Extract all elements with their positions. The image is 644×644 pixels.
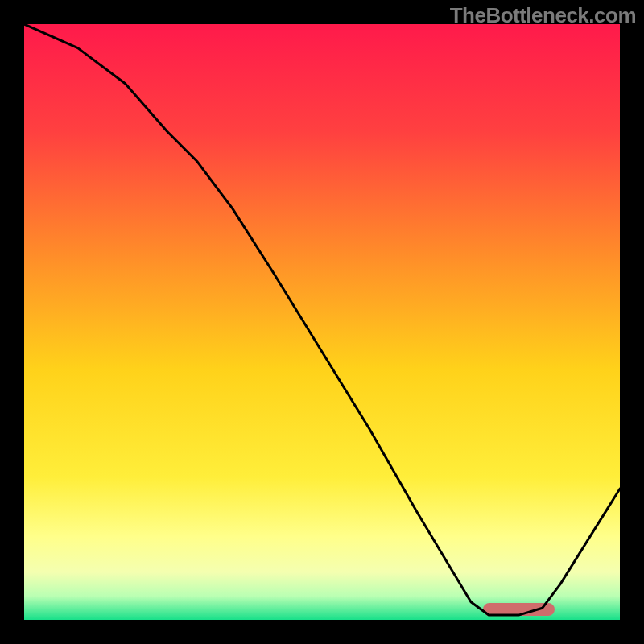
optimal-range-marker [483,603,555,616]
watermark-text: TheBottleneck.com [450,3,636,28]
plot-area [24,24,620,620]
svg-rect-0 [24,24,620,620]
chart-frame: TheBottleneck.com [0,0,644,644]
background-gradient [24,24,620,620]
